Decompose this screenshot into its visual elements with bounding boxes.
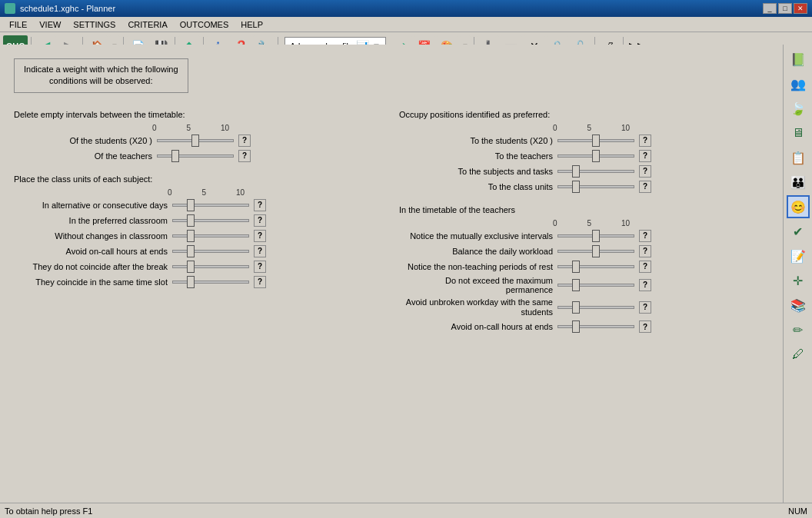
menu-bar: FILE VIEW SETTINGS CRITERIA OUTCOMES HEL… (0, 17, 812, 32)
right-sidebar: 📗👥🍃🖥📋👪😊✔📝✛📚✏🖊 (783, 45, 812, 60)
title-bar: schedule1.xghc - Planner _ □ ✕ (0, 0, 812, 17)
criteria-panel: Indicate a weight with which the followi… (8, 52, 775, 60)
menu-file[interactable]: FILE (3, 18, 33, 31)
menu-settings[interactable]: SETTINGS (67, 18, 121, 31)
menu-criteria[interactable]: CRITERIA (121, 18, 173, 31)
window-controls: _ □ ✕ (763, 3, 807, 14)
close-button[interactable]: ✕ (794, 3, 807, 14)
app-icon (5, 3, 15, 14)
minimize-button[interactable]: _ (763, 3, 777, 14)
menu-view[interactable]: VIEW (33, 18, 67, 31)
window-title: schedule1.xghc - Planner (20, 4, 115, 13)
instruction-box: Indicate a weight with which the followi… (14, 58, 188, 60)
main-content: Indicate a weight with which the followi… (0, 45, 783, 60)
book-icon[interactable]: 📗 (787, 48, 810, 60)
menu-help[interactable]: HELP (235, 18, 269, 31)
menu-outcomes[interactable]: OUTCOMES (174, 18, 235, 31)
maximize-button[interactable]: □ (778, 3, 792, 14)
